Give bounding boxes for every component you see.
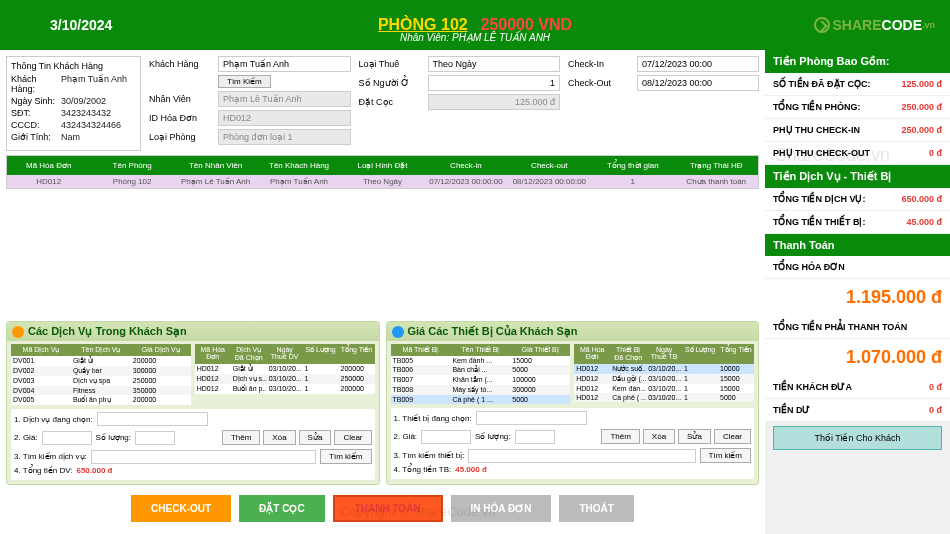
customer-info-panel: Thông Tin Khách Hàng Khách Hàng:Phạm Tuấ… xyxy=(6,56,141,151)
staff-field xyxy=(218,91,351,107)
xóa-button[interactable]: Xóa xyxy=(263,430,295,445)
sửa-button[interactable]: Sửa xyxy=(678,429,711,444)
service-price-field[interactable] xyxy=(42,431,92,445)
amount-due: 1.070.000 đ xyxy=(765,339,950,376)
service-qty-field[interactable] xyxy=(135,431,175,445)
staff-line: Nhân Viên: PHẠM LÊ TUẤN ANH xyxy=(400,32,550,43)
customer-info-title: Thông Tin Khách Hàng xyxy=(11,61,136,71)
table-row[interactable]: TB005Kem đánh ...15000 xyxy=(391,356,571,365)
service-search-field[interactable] xyxy=(91,450,316,464)
service-search-button[interactable]: Tìm kiếm xyxy=(320,449,371,464)
service-total: 650.000 đ xyxy=(76,466,112,475)
room-name: PHÒNG 102 xyxy=(378,16,468,33)
table-row[interactable]: DV004Fitness350000 xyxy=(11,386,191,395)
guests-field[interactable] xyxy=(428,75,561,91)
clear-button[interactable]: Clear xyxy=(714,429,751,444)
thêm-button[interactable]: Thêm xyxy=(222,430,260,445)
table-row[interactable]: HD012Giặt ủi03/10/20...1200000 xyxy=(195,364,375,374)
form-column-1: Khách Hàng Tìm Kiếm Nhân Viên ID Hóa Đơn… xyxy=(149,56,351,151)
thêm-button[interactable]: Thêm xyxy=(601,429,639,444)
table-row[interactable]: HD012Dầu gội (...03/10/20...115000 xyxy=(574,374,754,384)
service-fees-header: Tiền Dịch Vụ - Thiết Bị xyxy=(765,165,950,188)
xóa-button[interactable]: Xóa xyxy=(643,429,675,444)
sửa-button[interactable]: Sửa xyxy=(299,430,332,445)
invoice-id-field xyxy=(218,110,351,126)
checkin-date[interactable] xyxy=(637,56,759,72)
equipment-total: 45.000 đ xyxy=(455,465,487,474)
equipment-search-field[interactable] xyxy=(468,449,695,463)
logo-icon xyxy=(814,17,830,33)
checkout-date[interactable] xyxy=(637,75,759,91)
table-row[interactable]: HD012Kem đán...03/10/20...115000 xyxy=(574,384,754,393)
equipment-chosen-table[interactable]: Mã Hóa ĐơnThiết Bị Đã ChọnNgày Thuê TBSố… xyxy=(574,344,754,404)
deposit-field xyxy=(428,94,561,110)
grand-total: 1.195.000 đ xyxy=(765,279,950,316)
service-selected-field[interactable] xyxy=(97,412,208,426)
services-list-table[interactable]: Mã Dịch VụTên Dịch VụGiá Dịch VụDV001Giặ… xyxy=(11,344,191,405)
exit-button[interactable]: THOÁT xyxy=(559,495,633,522)
table-row[interactable]: HD012Nước suố...03/10/20...110000 xyxy=(574,364,754,374)
return-change-button[interactable]: Thối Tiền Cho Khách xyxy=(773,426,942,450)
print-button[interactable]: IN HÓA ĐƠN xyxy=(451,495,552,522)
room-type-field xyxy=(218,129,351,145)
table-row[interactable]: DV002Quầy bar300000 xyxy=(11,366,191,376)
rent-type-select[interactable] xyxy=(428,56,561,72)
services-panel: Các Dịch Vụ Trong Khách Sạn Mã Dịch VụTê… xyxy=(6,321,380,485)
person-icon xyxy=(12,326,24,338)
table-row[interactable]: TB008Máy sấy tó...300000 xyxy=(391,385,571,395)
table-row[interactable]: DV005Buổi ăn phụ200000 xyxy=(11,395,191,405)
table-row[interactable]: HD012Dịch vụ s...03/10/20...1250000 xyxy=(195,374,375,384)
table-row[interactable]: TB007Khăn tắm (...100000 xyxy=(391,375,571,385)
table-row[interactable]: DV001Giặt ủi200000 xyxy=(11,356,191,366)
form-column-3: Check-In Check-Out xyxy=(568,56,759,151)
current-date: 3/10/2024 xyxy=(50,17,112,33)
summary-sidebar: Tiền Phòng Bao Gồm: SỐ TIỀN ĐÃ ĐẶT CỌC:1… xyxy=(765,50,950,534)
checkout-button[interactable]: CHECK-OUT xyxy=(131,495,231,522)
payment-header: Thanh Toán xyxy=(765,234,950,256)
room-price: 250000 VND xyxy=(480,16,572,33)
clear-button[interactable]: Clear xyxy=(334,430,371,445)
pay-button[interactable]: THANH TOÁN xyxy=(333,495,443,522)
table-row[interactable]: HD012Cà phê ( ...03/10/20...15000 xyxy=(574,393,754,402)
action-buttons: CHECK-OUT ĐẶT CỌC THANH TOÁN IN HÓA ĐƠN … xyxy=(6,489,759,528)
form-column-2: Loại Thuê Số Người Ở Đặt Cọc xyxy=(359,56,561,151)
equipment-search-button[interactable]: Tìm kiếm xyxy=(700,448,751,463)
room-fees-header: Tiền Phòng Bao Gồm: xyxy=(765,50,950,73)
table-row[interactable]: TB009Cà phê ( 1 ...5000 xyxy=(391,395,571,404)
table-row[interactable]: TB006Bàn chải ...5000 xyxy=(391,365,571,375)
search-customer-button[interactable]: Tìm Kiếm xyxy=(218,75,271,88)
equipment-qty-field[interactable] xyxy=(515,430,555,444)
table-row[interactable]: DV003Dịch vụ spa250000 xyxy=(11,376,191,386)
app-header: 3/10/2024 PHÒNG 102 250000 VND Nhân Viên… xyxy=(0,0,950,50)
gear-icon xyxy=(392,326,404,338)
services-chosen-table[interactable]: Mã Hóa ĐơnDịch Vụ Đã ChọnNgày Thuê DVSố … xyxy=(195,344,375,405)
equipment-list-table[interactable]: Mã Thiết BịTên Thiết BịGiá Thiết BịTB005… xyxy=(391,344,571,404)
invoice-row[interactable]: HD012Phòng 102Phạm Lê Tuấn AnhPhạm Tuấn … xyxy=(7,175,758,188)
equipment-selected-field[interactable] xyxy=(476,411,587,425)
logo: SHARECODE.vn xyxy=(814,17,935,33)
invoice-table: Mã Hóa ĐơnTên PhòngTên Nhân ViênTên Khác… xyxy=(6,155,759,189)
customer-select[interactable] xyxy=(218,56,351,72)
equipment-price-field[interactable] xyxy=(421,430,471,444)
deposit-button[interactable]: ĐẶT CỌC xyxy=(239,495,325,522)
equipment-panel: Giá Các Thiết Bị Của Khách Sạn Mã Thiết … xyxy=(386,321,760,485)
table-row[interactable]: HD012Buổi ăn p...03/10/20...1200000 xyxy=(195,384,375,394)
